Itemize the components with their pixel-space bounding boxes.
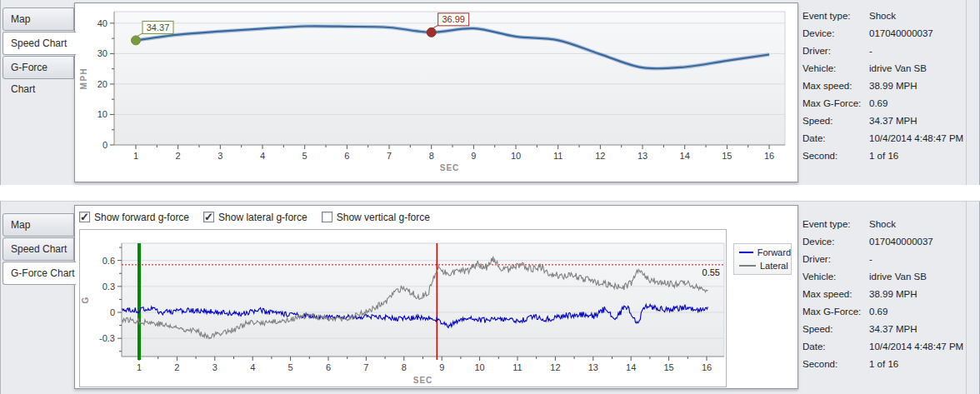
y-tick-label: 20	[98, 79, 108, 89]
info-label: Vehicle:	[802, 63, 869, 73]
speed-chart-svg: 0102030401234567891011121314151634.3736.…	[75, 3, 798, 182]
checkbox-label: Show vertical g-force	[337, 212, 430, 223]
x-tick-label: 15	[663, 362, 673, 372]
x-axis-title: SEC	[440, 163, 460, 172]
speed-chart-container: 0102030401234567891011121314151634.3736.…	[74, 2, 798, 182]
gforce-legend: Forward Lateral	[733, 243, 792, 275]
x-tick-label: 10	[474, 362, 484, 372]
x-tick-label: 2	[176, 151, 181, 161]
y-tick-label: 0	[102, 140, 108, 150]
data-point-marker[interactable]	[427, 27, 436, 37]
info-row-speed: Speed:34.37 MPH	[802, 112, 966, 129]
x-tick-label: 5	[302, 151, 308, 161]
point-label: 36.99	[442, 14, 465, 24]
info-value: -	[869, 46, 872, 56]
info-value: 017040000037	[869, 28, 933, 38]
info-row-second: Second:1 of 16	[802, 355, 966, 372]
info-value: 34.37 MPH	[869, 116, 918, 126]
info-value: 0.69	[869, 307, 888, 317]
info-label: Max G-Force:	[802, 98, 869, 108]
show-forward-gforce-option[interactable]: Show forward g-force	[79, 212, 189, 223]
event-viewer-screen: Map Speed Chart G-Force Chart 0102030401…	[0, 0, 980, 394]
right-edge-strip	[966, 0, 980, 185]
x-tick-label: 1	[137, 362, 142, 372]
x-tick-label: 16	[702, 362, 712, 372]
info-label: Max G-Force:	[802, 307, 869, 317]
show-forward-gforce-checkbox[interactable]	[79, 212, 90, 222]
x-tick-label: 9	[471, 151, 476, 161]
show-lateral-gforce-checkbox[interactable]	[203, 212, 214, 222]
x-tick-label: 14	[626, 362, 636, 372]
x-tick-label: 9	[439, 362, 444, 372]
x-tick-label: 7	[363, 362, 368, 372]
info-value: 10/4/2014 4:48:47 PM	[869, 133, 963, 143]
speed-chart-plot: 0102030401234567891011121314151634.3736.…	[75, 3, 798, 185]
gforce-chart-panel: Map Speed Chart G-Force Chart Show forwa…	[0, 201, 980, 394]
gforce-chart-container: Show forward g-force Show lateral g-forc…	[74, 205, 798, 389]
checkbox-label: Show lateral g-force	[218, 212, 308, 223]
y-tick-label: 0.6	[102, 256, 115, 266]
legend-label: Forward	[758, 247, 791, 257]
x-tick-label: 16	[764, 151, 774, 161]
x-tick-label: 12	[550, 362, 560, 372]
gforce-chart-svg: 0.60.30-0.3123456789101112131415160.55GS…	[80, 230, 726, 387]
tab-gforce-chart[interactable]: G-Force Chart	[2, 262, 76, 285]
event-info-panel: Event type:Shock Device:017040000037 Dri…	[802, 7, 967, 173]
info-label: Speed:	[802, 324, 869, 334]
x-tick-label: 13	[638, 151, 648, 161]
info-label: Second:	[802, 151, 869, 161]
info-row-max-speed: Max speed:38.99 MPH	[802, 285, 966, 302]
tab-speed-chart[interactable]: Speed Chart	[2, 237, 74, 261]
x-tick-label: 6	[326, 362, 331, 372]
x-tick-label: 14	[680, 151, 690, 161]
info-value: 1 of 16	[869, 359, 898, 369]
y-tick-label: 0	[110, 307, 115, 317]
show-lateral-gforce-option[interactable]: Show lateral g-force	[203, 212, 308, 223]
tab-speed-chart[interactable]: Speed Chart	[2, 32, 76, 55]
info-label: Vehicle:	[802, 272, 869, 282]
y-tick-label: -0.3	[99, 333, 115, 343]
info-row-driver: Driver:-	[802, 250, 966, 267]
x-tick-label: 8	[429, 151, 434, 161]
checkbox-label: Show forward g-force	[94, 212, 189, 223]
x-tick-label: 6	[344, 151, 349, 161]
x-tick-label: 8	[402, 362, 407, 372]
info-value: 017040000037	[869, 237, 933, 247]
info-value: -	[869, 254, 872, 264]
threshold-label: 0.55	[702, 267, 720, 277]
info-value: 0.69	[869, 98, 888, 108]
lateral-line-swatch	[739, 265, 756, 267]
info-label: Device:	[802, 237, 869, 247]
info-row-vehicle: Vehicle:idrive Van SB	[802, 267, 966, 285]
tab-gforce-chart[interactable]: G-Force Chart	[2, 56, 74, 79]
x-tick-label: 2	[174, 362, 179, 372]
info-value: Shock	[869, 11, 896, 21]
x-tick-label: 3	[218, 151, 222, 161]
tab-map[interactable]: Map	[2, 213, 74, 237]
y-tick-label: 0.3	[102, 282, 115, 292]
info-label: Event type:	[802, 11, 869, 21]
info-label: Max speed:	[802, 289, 869, 299]
x-axis-title: SEC	[413, 376, 433, 385]
x-tick-label: 13	[588, 362, 598, 372]
x-tick-label: 15	[722, 151, 732, 161]
show-vertical-gforce-checkbox[interactable]	[322, 212, 332, 222]
info-row-max-gforce: Max G-Force:0.69	[802, 302, 966, 320]
info-label: Second:	[802, 359, 869, 369]
info-label: Date:	[802, 342, 869, 352]
tab-map[interactable]: Map	[2, 7, 74, 31]
info-row-max-gforce: Max G-Force:0.69	[802, 94, 966, 112]
show-vertical-gforce-option[interactable]: Show vertical g-force	[322, 212, 430, 223]
x-tick-label: 5	[288, 362, 293, 372]
right-edge-strip	[966, 202, 980, 394]
legend-item-lateral: Lateral	[739, 259, 791, 272]
y-axis-title: G	[81, 297, 90, 304]
y-axis-title: MPH	[79, 67, 88, 90]
info-label: Date:	[802, 133, 869, 143]
info-value: 10/4/2014 4:48:47 PM	[869, 342, 963, 352]
gforce-plot-box: 0.60.30-0.3123456789101112131415160.55GS…	[79, 229, 727, 387]
data-point-marker[interactable]	[132, 36, 141, 45]
info-value: idrive Van SB	[869, 272, 927, 282]
y-tick-label: 10	[98, 109, 108, 119]
legend-item-forward: Forward	[739, 246, 791, 259]
